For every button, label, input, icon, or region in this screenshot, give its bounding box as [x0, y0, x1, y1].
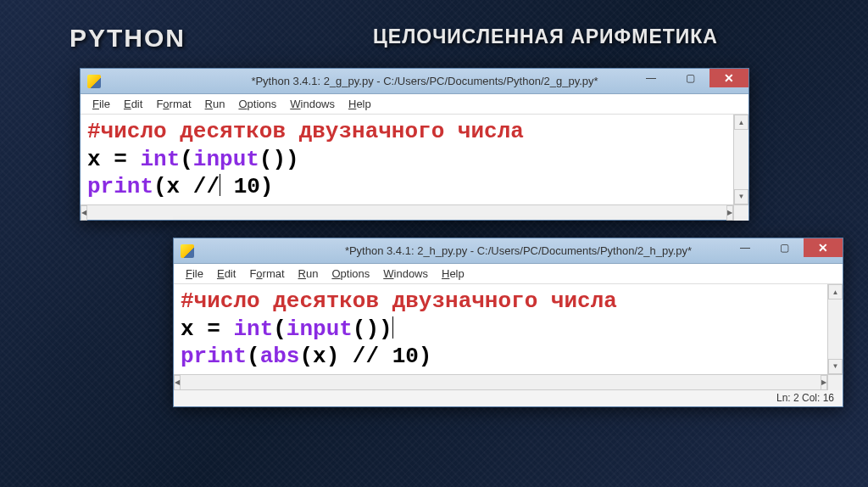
- idle-window-1: *Python 3.4.1: 2_g_py.py - C:/Users/PC/D…: [80, 68, 749, 221]
- code-paren: (: [180, 147, 193, 172]
- scroll-down-icon[interactable]: ▼: [734, 189, 748, 204]
- code-text: (x) // 10): [299, 344, 431, 369]
- minimize-button[interactable]: —: [632, 69, 670, 87]
- menu-edit[interactable]: Edit: [210, 266, 242, 282]
- scroll-right-icon[interactable]: ▶: [726, 205, 733, 221]
- scroll-up-icon[interactable]: ▲: [828, 284, 843, 299]
- slide-title-right: ЦЕЛОЧИСЛЕННАЯ АРИФМЕТИКА: [373, 25, 718, 48]
- menu-format[interactable]: Format: [242, 266, 291, 282]
- scroll-corner: [827, 375, 843, 390]
- window-controls: — ▢ ✕: [726, 238, 843, 257]
- code-paren: ()): [259, 147, 299, 172]
- scroll-track[interactable]: [828, 299, 843, 359]
- python-idle-icon: [181, 244, 194, 258]
- scroll-down-icon[interactable]: ▼: [828, 359, 843, 374]
- minimize-button[interactable]: —: [726, 238, 765, 257]
- slide-title-left: PYTHON: [70, 24, 186, 53]
- scrollbar-horizontal[interactable]: ◀ ▶: [174, 374, 843, 389]
- menu-edit[interactable]: Edit: [117, 96, 149, 112]
- idle-window-2: *Python 3.4.1: 2_h_py.py - C:/Users/PC/D…: [173, 238, 843, 407]
- code-text: x =: [181, 316, 233, 342]
- scroll-track[interactable]: [181, 375, 821, 389]
- menu-run[interactable]: Run: [292, 266, 326, 282]
- scrollbar-vertical[interactable]: ▲ ▼: [827, 284, 843, 374]
- code-builtin-input: input: [193, 147, 259, 172]
- scrollbar-horizontal[interactable]: ◀ ▶: [81, 204, 748, 220]
- scroll-left-icon[interactable]: ◀: [81, 205, 87, 221]
- menubar: File Edit Format Run Options Windows Hel…: [174, 264, 843, 284]
- code-builtin-abs: abs: [260, 344, 300, 369]
- code-builtin-print: print: [87, 174, 153, 199]
- menu-help[interactable]: Help: [435, 266, 471, 282]
- code-builtin-int: int: [233, 316, 273, 342]
- menu-windows[interactable]: Windows: [376, 266, 435, 282]
- scroll-track[interactable]: [87, 205, 726, 220]
- scroll-left-icon[interactable]: ◀: [174, 375, 181, 390]
- menu-format[interactable]: Format: [149, 96, 198, 112]
- titlebar[interactable]: *Python 3.4.1: 2_h_py.py - C:/Users/PC/D…: [174, 238, 843, 264]
- code-text: (x //: [153, 174, 220, 199]
- code-builtin-int: int: [140, 147, 180, 172]
- menu-file[interactable]: File: [179, 266, 210, 282]
- code-paren: ()): [353, 316, 392, 342]
- statusbar: Ln: 2 Col: 16: [174, 389, 843, 406]
- text-cursor: [392, 316, 393, 339]
- code-comment: #число десятков двузначного числа: [181, 288, 617, 314]
- code-area[interactable]: #число десятков двузначного числа x = in…: [174, 284, 827, 374]
- close-button[interactable]: ✕: [804, 238, 843, 257]
- code-comment: #число десятков двузначного числа: [87, 119, 524, 144]
- code-editor: #число десятков двузначного числа x = in…: [81, 115, 748, 204]
- maximize-button[interactable]: ▢: [765, 238, 804, 257]
- python-idle-icon: [87, 75, 101, 88]
- code-builtin-input: input: [287, 316, 353, 342]
- menubar: File Edit Format Run Options Windows Hel…: [81, 94, 748, 115]
- code-paren: (: [247, 344, 260, 369]
- cursor-position: Ln: 2 Col: 16: [776, 392, 834, 404]
- menu-help[interactable]: Help: [342, 96, 378, 112]
- menu-run[interactable]: Run: [198, 96, 232, 112]
- code-editor: #число десятков двузначного числа x = in…: [174, 284, 843, 374]
- scroll-right-icon[interactable]: ▶: [821, 375, 827, 390]
- scrollbar-vertical[interactable]: ▲ ▼: [733, 115, 748, 204]
- menu-options[interactable]: Options: [231, 96, 283, 112]
- scroll-up-icon[interactable]: ▲: [734, 115, 748, 130]
- code-area[interactable]: #число десятков двузначного числа x = in…: [81, 115, 733, 204]
- code-text: 10): [220, 174, 273, 199]
- code-paren: (: [273, 316, 287, 342]
- scroll-track[interactable]: [734, 130, 748, 189]
- window-controls: — ▢ ✕: [632, 69, 748, 87]
- titlebar[interactable]: *Python 3.4.1: 2_g_py.py - C:/Users/PC/D…: [81, 69, 748, 94]
- menu-file[interactable]: File: [86, 96, 117, 112]
- scroll-corner: [733, 205, 748, 221]
- code-builtin-print: print: [181, 344, 247, 369]
- code-text: x =: [87, 147, 140, 172]
- menu-options[interactable]: Options: [325, 266, 376, 282]
- maximize-button[interactable]: ▢: [670, 69, 709, 87]
- close-button[interactable]: ✕: [709, 69, 748, 87]
- menu-windows[interactable]: Windows: [283, 96, 342, 112]
